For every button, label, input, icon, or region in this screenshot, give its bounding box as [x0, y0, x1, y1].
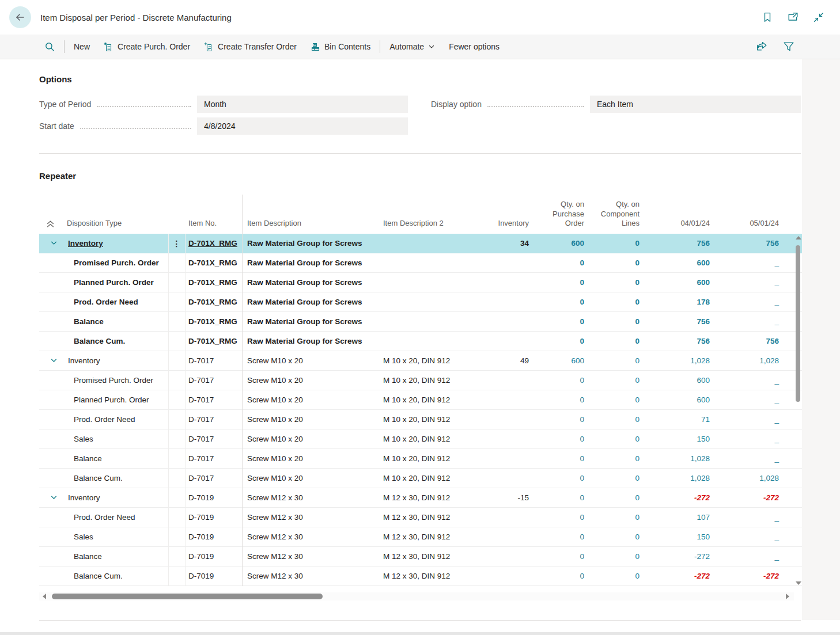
- table-row[interactable]: Promised Purch. Order ⋮ D-701X_RMG Raw M…: [39, 253, 802, 273]
- cell-item-no[interactable]: D-7017: [185, 454, 242, 463]
- cell-disposition-type[interactable]: Prod. Order Need: [62, 415, 168, 424]
- table-row[interactable]: Balance Cum. ⋮ D-7019 Screw M12 x 30 M 1…: [39, 566, 802, 586]
- cell-qty-purchase-order[interactable]: 0: [529, 474, 584, 482]
- cell-period-2[interactable]: 756: [710, 239, 779, 248]
- table-row[interactable]: Balance ⋮ D-7019 Screw M12 x 30 M 12 x 3…: [39, 547, 802, 566]
- cell-item-no[interactable]: D-7017: [185, 376, 242, 385]
- cell-qty-component-lines[interactable]: 0: [584, 474, 640, 482]
- cell-qty-purchase-order[interactable]: 0: [529, 298, 584, 306]
- cell-qty-component-lines[interactable]: 0: [584, 533, 640, 541]
- row-expand-chevron-icon[interactable]: [50, 494, 58, 501]
- scroll-left-arrow[interactable]: [43, 594, 46, 599]
- table-row[interactable]: Planned Purch. Order ⋮ D-701X_RMG Raw Ma…: [39, 273, 802, 292]
- cell-period-2[interactable]: 1,028: [710, 474, 779, 482]
- cell-period-2[interactable]: _: [710, 317, 779, 326]
- cell-disposition-type[interactable]: Promised Purch. Order: [62, 258, 168, 267]
- table-row[interactable]: Prod. Order Need ⋮ D-7017 Screw M10 x 20…: [39, 410, 802, 429]
- table-row[interactable]: Sales ⋮ D-7019 Screw M12 x 30 M 12 x 30,…: [39, 527, 802, 547]
- cell-disposition-type[interactable]: Promised Purch. Order: [62, 376, 168, 385]
- cell-period-1[interactable]: 600: [640, 278, 710, 287]
- cell-qty-component-lines[interactable]: 0: [584, 258, 640, 267]
- table-row[interactable]: Inventory ⋮ D-7019 Screw M12 x 30 M 12 x…: [39, 488, 802, 508]
- column-header-qty-purchase-order[interactable]: Qty. on Purchase Order: [529, 200, 584, 228]
- cell-period-2[interactable]: _: [710, 376, 779, 385]
- cell-qty-purchase-order[interactable]: 0: [529, 572, 584, 580]
- cell-disposition-type[interactable]: Prod. Order Need: [62, 513, 168, 522]
- cell-disposition-type[interactable]: Balance Cum.: [62, 572, 168, 580]
- scroll-down-arrow[interactable]: [796, 581, 801, 585]
- column-header-period-1[interactable]: 04/01/24: [640, 219, 710, 228]
- column-header-inventory[interactable]: Inventory: [478, 219, 529, 228]
- cell-qty-purchase-order[interactable]: 0: [529, 435, 584, 443]
- scroll-up-arrow[interactable]: [796, 236, 801, 239]
- back-button[interactable]: [9, 6, 31, 28]
- cell-qty-purchase-order[interactable]: 0: [529, 376, 584, 385]
- fewer-options-button[interactable]: Fewer options: [449, 42, 500, 51]
- cell-period-2[interactable]: _: [710, 396, 779, 404]
- cell-period-1[interactable]: 756: [640, 337, 710, 345]
- cell-qty-purchase-order[interactable]: 0: [529, 513, 584, 522]
- create-transfer-order-button[interactable]: Create Transfer Order: [204, 42, 297, 52]
- cell-disposition-type[interactable]: Balance: [62, 317, 168, 326]
- cell-period-1[interactable]: 600: [640, 258, 710, 267]
- cell-qty-component-lines[interactable]: 0: [584, 513, 640, 522]
- cell-period-2[interactable]: _: [710, 278, 779, 287]
- vertical-scrollbar[interactable]: [794, 234, 802, 586]
- table-row[interactable]: Balance ⋮ D-7017 Screw M10 x 20 M 10 x 2…: [39, 449, 802, 469]
- open-in-new-window-icon[interactable]: [788, 12, 799, 22]
- column-header-item-description-2[interactable]: Item Description 2: [383, 219, 478, 228]
- cell-period-2[interactable]: _: [710, 533, 779, 541]
- filter-icon[interactable]: [784, 42, 794, 52]
- cell-disposition-type[interactable]: Sales: [62, 435, 168, 443]
- cell-disposition-type[interactable]: Prod. Order Need: [62, 298, 168, 306]
- horizontal-scrollbar-thumb[interactable]: [52, 594, 323, 599]
- cell-qty-purchase-order[interactable]: 0: [529, 317, 584, 326]
- cell-period-2[interactable]: 1,028: [710, 356, 779, 365]
- cell-disposition-type[interactable]: Balance Cum.: [62, 474, 168, 482]
- cell-period-2[interactable]: -272: [710, 572, 779, 580]
- cell-period-1[interactable]: 150: [640, 435, 710, 443]
- cell-qty-purchase-order[interactable]: 0: [529, 396, 584, 404]
- cell-qty-component-lines[interactable]: 0: [584, 493, 640, 502]
- column-header-item-no[interactable]: Item No.: [185, 219, 242, 228]
- search-icon[interactable]: [45, 42, 55, 52]
- cell-qty-purchase-order[interactable]: 0: [529, 552, 584, 561]
- table-row[interactable]: Prod. Order Need ⋮ D-701X_RMG Raw Materi…: [39, 292, 802, 312]
- column-header-qty-component-lines[interactable]: Qty. on Component Lines: [584, 200, 640, 228]
- cell-item-no[interactable]: D-701X_RMG: [185, 258, 242, 267]
- table-row[interactable]: Balance ⋮ D-701X_RMG Raw Material Group …: [39, 312, 802, 332]
- table-row[interactable]: Inventory ⋮ D-7017 Screw M10 x 20 M 10 x…: [39, 351, 802, 371]
- cell-item-no[interactable]: D-701X_RMG: [185, 298, 242, 306]
- cell-disposition-type[interactable]: Balance Cum.: [62, 337, 168, 345]
- cell-period-1[interactable]: 1,028: [640, 454, 710, 463]
- cell-qty-component-lines[interactable]: 0: [584, 552, 640, 561]
- cell-qty-component-lines[interactable]: 0: [584, 415, 640, 424]
- cell-period-2[interactable]: 756: [710, 337, 779, 345]
- cell-item-no[interactable]: D-7019: [185, 552, 242, 561]
- cell-qty-component-lines[interactable]: 0: [584, 278, 640, 287]
- cell-item-no[interactable]: D-701X_RMG: [185, 337, 242, 345]
- column-header-disposition-type[interactable]: Disposition Type: [62, 219, 168, 228]
- cell-qty-purchase-order[interactable]: 0: [529, 258, 584, 267]
- cell-period-1[interactable]: 107: [640, 513, 710, 522]
- cell-period-1[interactable]: 756: [640, 239, 710, 248]
- table-row[interactable]: Balance Cum. ⋮ D-7017 Screw M10 x 20 M 1…: [39, 469, 802, 488]
- cell-period-2[interactable]: _: [710, 298, 779, 306]
- cell-qty-purchase-order[interactable]: 600: [529, 356, 584, 365]
- cell-period-2[interactable]: -272: [710, 493, 779, 502]
- table-row[interactable]: Planned Purch. Order ⋮ D-7017 Screw M10 …: [39, 390, 802, 410]
- cell-period-2[interactable]: _: [710, 513, 779, 522]
- row-expand-chevron-icon[interactable]: [50, 239, 58, 247]
- cell-qty-component-lines[interactable]: 0: [584, 435, 640, 443]
- cell-qty-component-lines[interactable]: 0: [584, 356, 640, 365]
- cell-qty-purchase-order[interactable]: 0: [529, 415, 584, 424]
- cell-period-1[interactable]: 150: [640, 533, 710, 541]
- cell-qty-component-lines[interactable]: 0: [584, 298, 640, 306]
- cell-qty-component-lines[interactable]: 0: [584, 337, 640, 345]
- cell-qty-component-lines[interactable]: 0: [584, 396, 640, 404]
- cell-period-2[interactable]: _: [710, 454, 779, 463]
- cell-period-1[interactable]: -272: [640, 572, 710, 580]
- cell-period-1[interactable]: -272: [640, 552, 710, 561]
- cell-disposition-type[interactable]: Balance: [62, 552, 168, 561]
- collapse-page-icon[interactable]: [813, 12, 824, 22]
